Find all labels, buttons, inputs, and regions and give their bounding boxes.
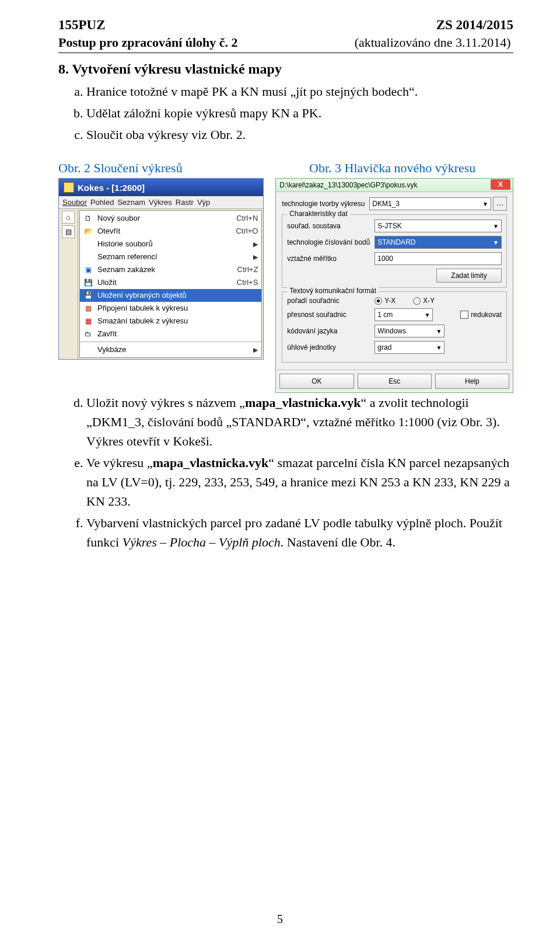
menu-item-attach-tables[interactable]: ▦ Připojení tabulek k výkresu bbox=[80, 302, 261, 315]
help-button[interactable]: Help bbox=[435, 374, 509, 389]
menu-item-label: Vykbáze bbox=[97, 344, 250, 355]
radio-icon bbox=[413, 297, 421, 305]
menu-vyp[interactable]: Výp bbox=[197, 198, 210, 207]
menu-shortcut: Ctrl+Z bbox=[237, 264, 258, 275]
close-button[interactable]: X bbox=[491, 179, 510, 190]
menu-item-label: Seznam referencí bbox=[97, 252, 250, 262]
kokes-titlebar: Kokes - [1:2600] bbox=[59, 179, 263, 196]
menu-item-label: Otevřít bbox=[97, 226, 231, 236]
select-value: Windows bbox=[377, 327, 406, 335]
save-icon: 💾 bbox=[82, 278, 94, 287]
item-f: Vybarvení vlastnických parcel pro zadané… bbox=[86, 513, 513, 552]
kokes-window: Kokes - [1:2600] Soubor Pohled Seznam Vý… bbox=[58, 178, 264, 360]
header-right: ZS 2014/2015 bbox=[436, 18, 513, 33]
blank-icon bbox=[82, 239, 94, 249]
figure-caption-3: Obr. 3 Hlavička nového výkresu bbox=[309, 161, 475, 176]
angle-unit-label: úhlové jednotky bbox=[287, 343, 374, 351]
close-doc-icon: 🗀 bbox=[82, 329, 94, 339]
new-file-icon: 🗋 bbox=[82, 214, 94, 223]
precision-label: přesnost souřadnic bbox=[287, 311, 374, 319]
technology-select[interactable]: DKM1_3▼ bbox=[369, 197, 491, 210]
menu-item-orders[interactable]: ▣ Seznam zakázek Ctrl+Z bbox=[80, 263, 261, 276]
encoding-label: kódování jazyka bbox=[287, 327, 374, 335]
menu-item-open[interactable]: 📂 Otevřít Ctrl+O bbox=[80, 225, 261, 238]
select-value: grad bbox=[377, 343, 391, 351]
blank-icon bbox=[82, 345, 94, 354]
page-number: 5 bbox=[0, 913, 560, 926]
groupbox-characteristics: Charakteristiky dat souřad. soustava S-J… bbox=[282, 214, 507, 288]
menu-rastr[interactable]: Rastr bbox=[176, 198, 194, 207]
menu-item-label: Uložení vybraných objektů bbox=[97, 290, 258, 301]
submenu-arrow-icon: ▶ bbox=[253, 239, 258, 249]
dropdown-icon: ▼ bbox=[493, 239, 499, 246]
numbering-label: technologie číslování bodů bbox=[287, 238, 374, 246]
detach-tables-icon: ▦ bbox=[82, 316, 94, 326]
menu-item-label: Připojení tabulek k výkresu bbox=[97, 303, 258, 314]
subheader-bold: Postup pro zpracování úlohy č. 2 bbox=[58, 35, 238, 50]
attach-tables-icon: ▦ bbox=[82, 304, 94, 313]
coord-order-label: pořadí souřadnic bbox=[287, 297, 374, 305]
section-heading: 8. Vytvoření výkresu vlastnické mapy bbox=[58, 61, 513, 77]
menu-item-new[interactable]: 🗋 Nový soubor Ctrl+N bbox=[80, 212, 261, 225]
menu-pohled[interactable]: Pohled bbox=[90, 198, 114, 207]
open-folder-icon: 📂 bbox=[82, 227, 94, 236]
scale-input[interactable]: 1000 bbox=[374, 252, 502, 265]
menu-item-label: Zavřít bbox=[97, 329, 258, 339]
menu-item-history[interactable]: Historie souborů ▶ bbox=[80, 238, 261, 250]
dropdown-icon: ▼ bbox=[482, 201, 488, 207]
set-limits-button[interactable]: Zadat limity bbox=[436, 269, 502, 283]
menu-item-detach-tables[interactable]: ▦ Smazání tabulek z výkresu bbox=[80, 315, 261, 328]
esc-button[interactable]: Esc bbox=[358, 374, 432, 389]
coord-system-select[interactable]: S-JTSK▼ bbox=[374, 220, 502, 232]
technology-browse-button[interactable]: … bbox=[493, 197, 507, 211]
menu-item-label: Seznam zakázek bbox=[97, 264, 233, 275]
select-value: 1 cm bbox=[377, 311, 393, 319]
dialog-buttonbar: OK Esc Help bbox=[276, 370, 513, 392]
groupbox-title: Textový komunikační formát bbox=[287, 287, 379, 295]
subheader-right: (aktualizováno dne 3.11.2014) bbox=[355, 35, 511, 50]
menu-soubor[interactable]: Soubor bbox=[62, 198, 87, 207]
select-value: DKM1_3 bbox=[372, 200, 400, 208]
tool-icon-1[interactable]: ⌂ bbox=[62, 211, 75, 224]
select-value: STANDARD bbox=[377, 238, 415, 246]
menu-item-save[interactable]: 💾 Uložit Ctrl+S bbox=[80, 276, 261, 289]
technology-label: technologie tvorby výkresu bbox=[282, 200, 369, 208]
radio-icon bbox=[374, 297, 382, 305]
header-rule bbox=[58, 53, 513, 53]
radio-label: X-Y bbox=[423, 297, 435, 305]
encoding-select[interactable]: Windows▼ bbox=[374, 325, 444, 337]
dropdown-icon: ▼ bbox=[436, 344, 442, 351]
menu-item-label: Historie souborů bbox=[97, 239, 250, 249]
ok-button[interactable]: OK bbox=[279, 374, 354, 389]
precision-select[interactable]: 1 cm▼ bbox=[374, 308, 433, 321]
scale-label: vztažné měřítko bbox=[287, 255, 374, 263]
dropdown-icon: ▼ bbox=[493, 223, 499, 229]
kokes-title: Kokes - [1:2600] bbox=[78, 183, 145, 193]
radio-yx[interactable]: Y-X bbox=[374, 297, 396, 305]
menu-seznam[interactable]: Seznam bbox=[117, 198, 145, 207]
menu-item-close[interactable]: 🗀 Zavřít bbox=[80, 328, 261, 340]
menu-item-vykbaze[interactable]: Vykbáze ▶ bbox=[80, 343, 261, 356]
angle-unit-select[interactable]: grad▼ bbox=[374, 341, 444, 354]
numbering-select[interactable]: STANDARD▼ bbox=[374, 236, 502, 249]
menu-shortcut: Ctrl+N bbox=[236, 213, 258, 224]
menu-vykres[interactable]: Výkres bbox=[149, 198, 172, 207]
menu-item-references[interactable]: Seznam referencí ▶ bbox=[80, 250, 261, 263]
menu-item-label: Smazání tabulek z výkresu bbox=[97, 316, 258, 326]
kokes-menubar[interactable]: Soubor Pohled Seznam Výkres Rastr Výp bbox=[59, 196, 263, 209]
menu-shortcut: Ctrl+O bbox=[236, 226, 258, 236]
save-selected-icon: 💾 bbox=[82, 291, 94, 300]
blank-icon bbox=[82, 252, 94, 262]
menu-separator bbox=[80, 342, 261, 342]
select-value: S-JTSK bbox=[377, 222, 401, 230]
radio-xy[interactable]: X-Y bbox=[413, 297, 435, 305]
orders-icon: ▣ bbox=[82, 265, 94, 274]
item-e: Ve výkresu „mapa_vlastnicka.vyk“ smazat … bbox=[86, 453, 513, 511]
menu-shortcut: Ctrl+S bbox=[237, 277, 258, 288]
menu-item-save-selected[interactable]: 💾 Uložení vybraných objektů bbox=[80, 289, 261, 302]
tool-icon-2[interactable]: ▤ bbox=[62, 225, 75, 238]
reduce-checkbox[interactable] bbox=[460, 311, 468, 319]
item-d: Uložit nový výkres s názvem „mapa_vlastn… bbox=[86, 393, 513, 451]
list-a: Hranice totožné v mapě PK a KN musí „jít… bbox=[58, 82, 513, 144]
reduce-label: redukovat bbox=[471, 311, 502, 319]
